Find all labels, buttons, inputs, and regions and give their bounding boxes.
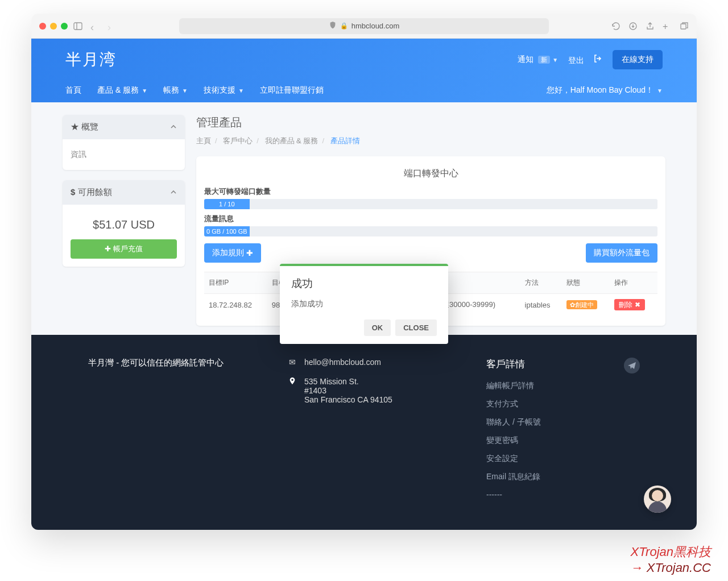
traffic-fill: 0 GB / 100 GB: [204, 226, 250, 236]
window-max[interactable]: [61, 23, 68, 30]
chevron-down-icon: ▼: [182, 88, 188, 94]
traffic-bar: 0 GB / 100 GB: [204, 226, 657, 236]
chevron-down-icon: ▼: [238, 88, 244, 94]
chevron-down-icon: ▼: [552, 57, 558, 63]
chevron-up-icon: [170, 122, 177, 132]
max-ports-fill: 1 / 10: [204, 199, 250, 209]
logout-link[interactable]: 登出: [568, 54, 602, 66]
crumb-client[interactable]: 客戶中心: [223, 136, 253, 145]
recharge-button[interactable]: ✚ 帳戶充值: [71, 239, 177, 259]
overview-header[interactable]: ★ 概覽: [63, 115, 185, 139]
balance-header[interactable]: $ 可用餘額: [63, 180, 185, 205]
cell-method: iptables: [520, 294, 562, 316]
plus-icon: ✚: [246, 248, 253, 258]
window-close[interactable]: [39, 23, 46, 30]
notifications[interactable]: 通知 新 ▼: [518, 55, 558, 65]
traffic-label: 流量訊息: [204, 214, 657, 224]
share-icon[interactable]: [646, 22, 655, 31]
chevron-down-icon: ▼: [142, 88, 147, 94]
shield-icon: [329, 21, 337, 31]
download-icon[interactable]: [628, 22, 638, 31]
url-text: hmbcloud.com: [351, 22, 400, 30]
support-button[interactable]: 在線支持: [613, 50, 663, 69]
footer-links: 編輯帳戶詳情 支付方式 聯絡人 / 子帳號 變更密碼 安全設定 Email 訊息…: [486, 381, 640, 499]
logo[interactable]: 半月湾: [65, 49, 117, 70]
col-method: 方法: [520, 272, 562, 294]
max-ports-label: 最大可轉發端口數量: [204, 186, 657, 197]
footer: 半月灣 - 您可以信任的網絡託管中心 ✉ hello@hmbcloud.com …: [31, 335, 697, 530]
lock-icon: 🔒: [340, 22, 348, 30]
panel-title: 端口轉發中心: [204, 164, 657, 186]
sidebar-toggle-icon[interactable]: [73, 22, 82, 31]
chevron-up-icon: [170, 188, 177, 197]
pin-icon: [287, 377, 297, 404]
reload-icon[interactable]: [611, 22, 621, 31]
buy-traffic-button[interactable]: 購買額外流量包: [586, 243, 657, 263]
nav-home[interactable]: 首頁: [65, 85, 81, 96]
footer-col-title: 客戶詳情: [486, 358, 640, 371]
window-min[interactable]: [50, 23, 57, 30]
col-status: 狀態: [562, 272, 610, 294]
balance-card: $ 可用餘額 $51.07 USD ✚ 帳戶充值: [63, 180, 185, 267]
overview-card: ★ 概覽 資訊: [63, 115, 185, 170]
star-icon: ★: [71, 122, 79, 131]
logout-icon: [593, 56, 602, 65]
footer-email[interactable]: hello@hmbcloud.com: [304, 358, 381, 367]
chat-avatar[interactable]: [644, 485, 671, 513]
address-bar[interactable]: 🔒 hmbcloud.com: [179, 18, 549, 34]
footer-address: 535 Mission St. #1403 San Francisco CA 9…: [304, 377, 392, 404]
nav-billing[interactable]: 帳務 ▼: [163, 85, 188, 96]
svg-rect-0: [74, 23, 82, 30]
new-tab-icon[interactable]: +: [663, 22, 672, 31]
footer-link: ------: [486, 490, 640, 499]
plus-icon: ✚: [105, 244, 111, 253]
new-badge: 新: [538, 56, 550, 64]
cell-ip: 18.72.248.82: [204, 294, 267, 316]
success-modal: 成功 添加成功 OK CLOSE: [280, 264, 448, 344]
modal-title: 成功: [291, 276, 437, 291]
svg-rect-3: [681, 24, 686, 29]
page-title: 管理產品: [196, 115, 665, 130]
footer-tagline: 半月灣 - 您可以信任的網絡託管中心: [88, 358, 242, 368]
col-ip: 目標IP: [204, 272, 267, 294]
crumb-products[interactable]: 我的產品 & 服務: [265, 136, 318, 145]
col-action: 操作: [610, 272, 657, 294]
footer-link[interactable]: 安全設定: [486, 454, 640, 464]
nav-affiliate[interactable]: 立即註冊聯盟行銷: [260, 85, 324, 96]
footer-link[interactable]: Email 訊息紀錄: [486, 472, 640, 482]
add-rule-button[interactable]: 添加規則 ✚: [204, 243, 261, 263]
max-ports-bar: 1 / 10: [204, 199, 657, 209]
back-icon[interactable]: ‹: [90, 22, 100, 31]
watermark: XTrojan黑科技 →XTrojan.CC: [631, 543, 711, 575]
modal-close-button[interactable]: CLOSE: [395, 319, 437, 336]
delete-button[interactable]: 刪除 ✖: [614, 299, 644, 310]
tabs-icon[interactable]: [680, 22, 689, 31]
modal-message: 添加成功: [291, 299, 437, 309]
footer-link[interactable]: 編輯帳戶詳情: [486, 381, 640, 391]
mail-icon: ✉: [287, 358, 297, 367]
footer-link[interactable]: 變更密碼: [486, 435, 640, 446]
forward-icon[interactable]: ›: [107, 22, 117, 31]
page-header: 半月湾 通知 新 ▼ 登出 在線支持 首頁 產品 & 服務 ▼: [31, 39, 697, 102]
sidebar-info-link[interactable]: 資訊: [71, 147, 177, 162]
user-menu[interactable]: 您好，Half Moon Bay Cloud！ ▼: [547, 85, 663, 96]
browser-chrome: ‹ › 🔒 hmbcloud.com +: [31, 14, 697, 39]
crumb-home[interactable]: 主頁: [196, 136, 211, 145]
status-badge: ✿創建中: [566, 300, 597, 309]
chevron-down-icon: ▼: [657, 88, 663, 94]
dollar-icon: $: [71, 187, 75, 197]
nav-products[interactable]: 產品 & 服務 ▼: [97, 85, 147, 96]
modal-ok-button[interactable]: OK: [364, 319, 391, 336]
breadcrumb: 主頁/ 客戶中心/ 我的產品 & 服務/ 產品詳情: [196, 136, 665, 146]
balance-amount: $51.07 USD: [71, 213, 177, 239]
nav-support[interactable]: 技術支援 ▼: [204, 85, 244, 96]
telegram-icon[interactable]: [624, 358, 640, 374]
footer-link[interactable]: 支付方式: [486, 399, 640, 409]
footer-link[interactable]: 聯絡人 / 子帳號: [486, 417, 640, 428]
crumb-current: 產品詳情: [330, 136, 360, 145]
